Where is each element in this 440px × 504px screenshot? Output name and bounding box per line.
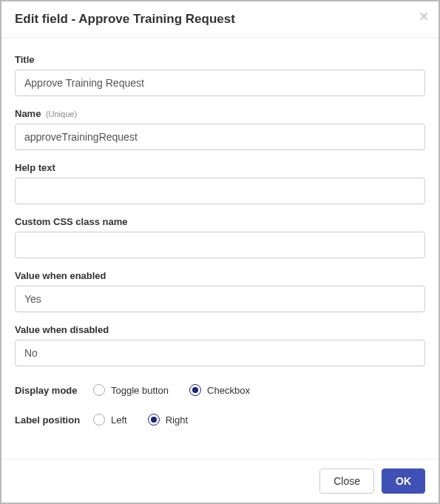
dialog-title: Edit field - Approve Training Request bbox=[15, 12, 425, 27]
close-button[interactable]: Close bbox=[319, 468, 374, 494]
title-label: Title bbox=[15, 54, 35, 65]
value-disabled-label: Value when disabled bbox=[15, 324, 109, 335]
help-text-label: Help text bbox=[15, 162, 55, 173]
css-class-input[interactable] bbox=[15, 232, 425, 258]
field-group-css-class: Custom CSS class name bbox=[15, 215, 425, 258]
name-input[interactable] bbox=[15, 124, 425, 150]
display-mode-row: Display mode Toggle button Checkbox bbox=[15, 384, 425, 396]
radio-icon bbox=[93, 414, 105, 426]
close-icon[interactable]: × bbox=[419, 9, 428, 24]
display-mode-toggle-button[interactable]: Toggle button bbox=[93, 384, 169, 396]
display-mode-checkbox-label: Checkbox bbox=[207, 385, 250, 396]
dialog-footer: Close OK bbox=[1, 459, 439, 503]
ok-button[interactable]: OK bbox=[382, 468, 425, 494]
label-position-left-label: Left bbox=[111, 414, 127, 426]
field-group-name: Name (Unique) bbox=[15, 107, 425, 150]
display-mode-toggle-label: Toggle button bbox=[111, 385, 169, 396]
label-position-label: Label position bbox=[15, 414, 86, 426]
name-sublabel: (Unique) bbox=[46, 110, 77, 118]
css-class-label: Custom CSS class name bbox=[15, 216, 127, 227]
label-position-row: Label position Left Right bbox=[15, 414, 425, 426]
field-group-value-disabled: Value when disabled bbox=[15, 323, 425, 366]
label-position-left[interactable]: Left bbox=[93, 414, 127, 426]
help-text-input[interactable] bbox=[15, 178, 425, 204]
title-input[interactable] bbox=[15, 70, 425, 96]
field-group-help-text: Help text bbox=[15, 161, 425, 204]
radio-icon bbox=[93, 384, 105, 396]
dialog-body: Title Name (Unique) Help text Custom CSS… bbox=[1, 38, 439, 426]
display-mode-checkbox[interactable]: Checkbox bbox=[189, 384, 250, 396]
value-enabled-input[interactable] bbox=[15, 286, 425, 312]
value-disabled-input[interactable] bbox=[15, 340, 425, 366]
value-enabled-label: Value when enabled bbox=[15, 270, 106, 281]
radio-icon bbox=[189, 384, 201, 396]
label-position-right[interactable]: Right bbox=[148, 414, 188, 426]
name-label: Name bbox=[15, 108, 41, 119]
display-mode-label: Display mode bbox=[15, 385, 86, 396]
dialog-header: Edit field - Approve Training Request × bbox=[1, 1, 439, 38]
radio-icon bbox=[148, 414, 160, 426]
field-group-value-enabled: Value when enabled bbox=[15, 269, 425, 312]
label-position-right-label: Right bbox=[166, 414, 188, 426]
field-group-title: Title bbox=[15, 53, 425, 96]
